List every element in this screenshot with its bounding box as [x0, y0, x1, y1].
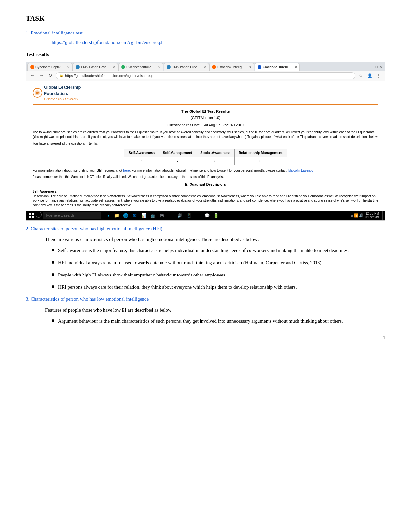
logo-svg	[33, 88, 42, 98]
here-link[interactable]: here	[123, 169, 130, 172]
taskbar-search-input[interactable]	[43, 212, 101, 219]
minimize-button[interactable]: ─	[371, 64, 374, 70]
taskbar-app-explorer[interactable]: 📁	[113, 211, 121, 220]
questionnaire-date-row: Questionnaires Date Sat Aug 17 17:21:49 …	[33, 122, 378, 128]
tray-up-icon[interactable]: ∧	[351, 213, 353, 218]
address-text: https://globalleadershipfoundation.com/c…	[65, 73, 153, 79]
tab-evidence[interactable]: Evidenceportfolio_156... ✕	[118, 63, 163, 71]
lock-icon: 🔒	[59, 73, 63, 78]
browser-tabs: Cyberoam Captive Por... ✕ CMS Panel: Cas…	[26, 62, 385, 71]
reload-button[interactable]: ↻	[47, 72, 54, 79]
tagline: Discover Your Level of EI	[44, 97, 81, 102]
bookmark-button[interactable]: ☆	[357, 72, 364, 79]
taskbar-app-unknown3[interactable]: 🎮	[158, 211, 166, 220]
back-button[interactable]: ←	[29, 72, 36, 79]
tab-favicon-cms2	[167, 65, 171, 69]
tab-ei2[interactable]: Emotional Intelligence... ✕	[255, 63, 300, 71]
taskbar-apps: e 📁 🌐 ✉ 📊 📺 🎮 ⚙ 🔊 📱 ⊞ 💬 🔋	[103, 211, 349, 220]
tab-ei1[interactable]: Emotional Intelligence... ✕	[209, 63, 254, 71]
scores-value-3: 6	[235, 157, 287, 165]
taskbar-app-settings[interactable]: ⚙	[167, 211, 175, 220]
section-2-bullets: Self-awareness is the major feature, thi…	[52, 247, 385, 291]
clock-time: 12:56 PM	[365, 212, 379, 216]
taskbar-app-unknown6[interactable]: 💬	[203, 211, 211, 220]
tab-close-evidence[interactable]: ✕	[158, 65, 161, 70]
tab-close-cms1[interactable]: ✕	[113, 65, 115, 70]
bullet-text-4: HRI persons always care for their relati…	[58, 283, 385, 291]
bullet-dot-4	[52, 285, 54, 288]
logo-text1: Global Leadership	[44, 84, 81, 91]
tab-cms2[interactable]: CMS Panel: Orderma... ✕	[164, 63, 209, 71]
scores-table: Self-Awareness Self-Management Social-Aw…	[124, 149, 287, 165]
bullet-item-2: HEI individual always remain focused tow…	[52, 259, 385, 266]
taskbar-app-unknown7[interactable]: 🔋	[212, 211, 220, 220]
section-1-url[interactable]: https://globalleadershipfoundation.com/c…	[52, 39, 385, 46]
task-heading: TASK	[26, 13, 385, 24]
tab-favicon-ei1	[212, 65, 216, 69]
bullet-item-4: HRI persons always care for their relati…	[52, 283, 385, 291]
questionnaire-label: Questionnaires Date	[167, 123, 200, 127]
taskbar-app-unknown1[interactable]: 📊	[140, 211, 148, 220]
forward-button[interactable]: →	[38, 72, 45, 79]
cortana-circle-icon	[36, 212, 42, 218]
section-3-title[interactable]: 3. Characteristics of person who has low…	[26, 295, 385, 303]
malcolm-link[interactable]: Malcolm Lazenby	[288, 169, 313, 172]
answered-text: You have answered all the questions -- t…	[33, 141, 378, 146]
address-bar[interactable]: 🔒 https://globalleadershipfoundation.com…	[56, 72, 355, 80]
bullet-text-s3-1: Argument behaviour is the main character…	[58, 317, 385, 325]
tab-favicon-evidence	[121, 65, 125, 69]
results-version: (GEIT Version 1.0)	[33, 115, 378, 121]
scores-header-0: Self-Awareness	[124, 149, 159, 157]
browser-nav: ← → ↻ 🔒 https://globalleadershipfoundati…	[26, 71, 385, 81]
clock-date: 8/17/2019	[365, 216, 379, 219]
tray-network-icon[interactable]: 📶	[354, 213, 358, 218]
clock[interactable]: 12:56 PM 8/17/2019	[365, 212, 379, 219]
bullet-item-1: Self-awareness is the major feature, thi…	[52, 247, 385, 254]
questionnaire-date-value: Sat Aug 17 17:21:49 2019	[203, 123, 244, 127]
bullet-text-3: People with high EI always show their em…	[58, 271, 385, 279]
more-info-text: For more information about interpreting …	[33, 169, 378, 173]
test-results-heading: Test results	[26, 51, 385, 58]
tab-cyberoam[interactable]: Cyberoam Captive Por... ✕	[27, 63, 73, 71]
taskbar-app-chrome[interactable]: 🌐	[122, 211, 130, 220]
section-2-title[interactable]: 2. Characteristics of person who has hig…	[26, 225, 385, 233]
svg-point-2	[36, 92, 39, 94]
start-button[interactable]	[28, 212, 34, 219]
website-content: Global Leadership Foundation. Discover Y…	[26, 81, 385, 211]
new-tab-button[interactable]: +	[300, 63, 308, 71]
tab-close-ei2[interactable]: ✕	[294, 65, 297, 70]
show-desktop-button[interactable]	[382, 211, 383, 220]
maximize-button[interactable]: □	[376, 64, 378, 70]
taskbar-app-unknown4[interactable]: 🔊	[176, 211, 184, 220]
taskbar-app-unknown2[interactable]: 📺	[149, 211, 157, 220]
bullet-text-1: Self-awareness is the major feature, thi…	[58, 247, 385, 254]
bullet-dot-s3-1	[52, 319, 54, 322]
cortana-button[interactable]	[36, 212, 42, 219]
section-1-title[interactable]: 1. Emotional intelligence test	[26, 29, 385, 37]
bullet-text-2: HEI individual always remain focused tow…	[58, 259, 385, 266]
taskbar-app-edge[interactable]: e	[103, 211, 112, 220]
tab-favicon-cyberoam	[30, 65, 34, 69]
taskbar: e 📁 🌐 ✉ 📊 📺 🎮 ⚙ 🔊 📱 ⊞ 💬 🔋 ∧ 📶 🔊 12:56 PM…	[26, 211, 385, 220]
self-awareness-section: Self-Awareness. Description: The core of…	[33, 189, 378, 208]
tab-close-ei1[interactable]: ✕	[249, 65, 251, 70]
scores-header-2: Social-Awareness	[196, 149, 235, 157]
windows-icon	[29, 213, 34, 218]
more-options-button[interactable]: ⋮	[375, 72, 382, 79]
sa-desc: Description: The core of Emotional Intel…	[33, 194, 378, 208]
taskbar-app-mail[interactable]: ✉	[131, 211, 139, 220]
tray-volume-icon[interactable]: 🔊	[359, 213, 364, 218]
tab-close-cms2[interactable]: ✕	[203, 65, 206, 70]
taskbar-app-unknown5[interactable]: 📱	[185, 211, 193, 220]
profile-button[interactable]: 👤	[366, 72, 373, 79]
section-3-intro: Features of people those who have low EI…	[45, 306, 385, 314]
site-logo: Global Leadership Foundation. Discover Y…	[33, 84, 81, 102]
tab-cms1[interactable]: CMS Panel: Casender... ✕	[73, 63, 118, 71]
browser-window: Cyberoam Captive Por... ✕ CMS Panel: Cas…	[26, 62, 385, 221]
bullet-dot-3	[52, 273, 54, 276]
bullet-dot-1	[52, 249, 54, 251]
taskbar-app-grid[interactable]: ⊞	[194, 211, 202, 220]
scores-header-3: Relationship Management	[235, 149, 287, 157]
close-button[interactable]: ✕	[379, 64, 382, 70]
tab-close-cyberoam[interactable]: ✕	[67, 65, 70, 70]
